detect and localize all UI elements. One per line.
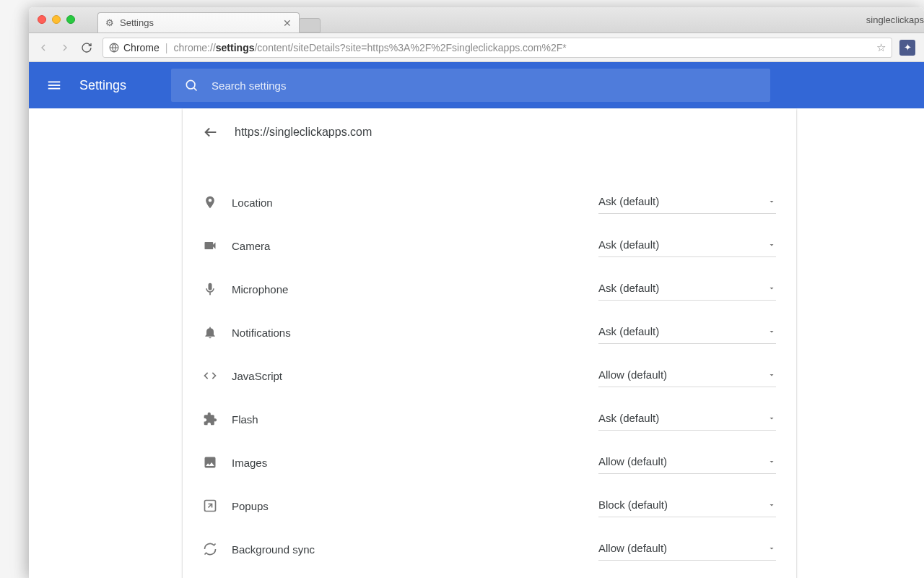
zoom-window-button[interactable]	[66, 15, 75, 24]
site-identity-icon[interactable]	[109, 43, 119, 53]
permission-row-popups: PopupsBlock (default)	[203, 484, 776, 527]
location-icon	[203, 195, 232, 210]
card-header: https://singleclickapps.com	[183, 108, 796, 159]
javascript-icon	[203, 368, 232, 383]
permission-select-flash[interactable]: Ask (default)	[598, 407, 776, 431]
permission-value: Ask (default)	[598, 282, 659, 294]
notifications-icon	[203, 325, 232, 340]
permission-row-camera: CameraAsk (default)	[203, 224, 776, 267]
permission-row-javascript: JavaScriptAllow (default)	[203, 354, 776, 397]
chevron-down-icon	[767, 457, 776, 466]
popups-icon	[203, 499, 232, 513]
permission-row-microphone: MicrophoneAsk (default)	[203, 267, 776, 311]
permission-label: Microphone	[232, 283, 288, 296]
permission-row-flash: FlashAsk (default)	[203, 397, 776, 441]
permission-select-camera[interactable]: Ask (default)	[598, 234, 776, 257]
permission-value: Allow (default)	[598, 542, 667, 554]
url-host: settings	[216, 42, 255, 53]
permission-select-microphone[interactable]: Ask (default)	[598, 277, 776, 301]
permission-value: Ask (default)	[598, 238, 659, 251]
chevron-down-icon	[767, 241, 776, 249]
menu-icon[interactable]	[46, 77, 62, 93]
permission-label: Images	[232, 457, 267, 469]
flash-icon	[203, 412, 232, 426]
reload-button[interactable]	[81, 42, 95, 53]
address-bar[interactable]: Chrome | chrome://settings/content/siteD…	[103, 38, 892, 58]
minimize-window-button[interactable]	[52, 15, 61, 24]
close-tab-icon[interactable]: ✕	[283, 17, 292, 29]
permission-label: Flash	[232, 413, 258, 426]
permission-select-javascript[interactable]: Allow (default)	[598, 364, 776, 387]
search-input[interactable]	[212, 79, 757, 92]
svg-rect-3	[48, 88, 61, 90]
permission-label: JavaScript	[232, 370, 282, 382]
permission-select-location[interactable]: Ask (default)	[598, 191, 776, 214]
permission-label: Location	[232, 197, 273, 209]
back-arrow-icon[interactable]	[203, 124, 219, 140]
chevron-down-icon	[767, 544, 776, 553]
gear-icon: ⚙	[105, 17, 114, 28]
permission-select-popups[interactable]: Block (default)	[598, 494, 776, 517]
url-post: /content/siteDetails?site=https%3A%2F%2F…	[254, 42, 566, 53]
extension-icon[interactable]: ✦	[899, 40, 915, 56]
background-sync-icon	[203, 542, 232, 556]
permissions-list: LocationAsk (default)CameraAsk (default)…	[183, 159, 796, 571]
settings-page: Settings https://singleclickapps.com Loc…	[29, 62, 924, 578]
os-titlebar: ⚙ Settings ✕ singleclickaps	[29, 7, 924, 33]
search-container	[171, 69, 770, 102]
permission-row-notifications: NotificationsAsk (default)	[203, 311, 776, 354]
svg-rect-7	[209, 293, 211, 295]
browser-window: ⚙ Settings ✕ singleclickaps Chrome | chr…	[29, 7, 924, 578]
permission-row-images: ImagesAllow (default)	[203, 441, 776, 484]
chevron-down-icon	[767, 197, 776, 206]
svg-rect-1	[48, 82, 61, 83]
browser-tab-settings[interactable]: ⚙ Settings ✕	[97, 12, 300, 33]
omnibox-divider: |	[164, 42, 170, 53]
images-icon	[203, 455, 232, 470]
permission-value: Block (default)	[598, 499, 668, 511]
svg-line-5	[194, 88, 197, 91]
chevron-down-icon	[767, 284, 776, 293]
url-pre: chrome://	[173, 42, 215, 53]
permission-value: Allow (default)	[598, 368, 667, 381]
site-details-card: https://singleclickapps.com LocationAsk …	[183, 108, 796, 578]
permission-label: Camera	[232, 240, 270, 252]
new-tab-button[interactable]	[299, 18, 321, 33]
app-title: Settings	[79, 78, 126, 93]
permission-value: Ask (default)	[598, 412, 659, 424]
bookmark-bar-item[interactable]: singleclickaps	[866, 14, 924, 25]
permission-select-background-sync[interactable]: Allow (default)	[598, 538, 776, 561]
browser-toolbar: Chrome | chrome://settings/content/siteD…	[29, 33, 924, 62]
svg-rect-2	[48, 85, 61, 86]
camera-icon	[203, 238, 232, 253]
chevron-down-icon	[767, 327, 776, 336]
microphone-icon	[203, 282, 232, 296]
window-controls	[38, 15, 75, 24]
permission-label: Notifications	[232, 327, 291, 339]
permission-select-images[interactable]: Allow (default)	[598, 451, 776, 474]
chevron-down-icon	[767, 371, 776, 379]
tab-title: Settings	[120, 17, 154, 28]
forward-button	[59, 42, 74, 53]
site-url: https://singleclickapps.com	[235, 126, 372, 139]
permission-label: Popups	[232, 500, 269, 512]
permission-value: Ask (default)	[598, 195, 659, 207]
close-window-button[interactable]	[38, 15, 46, 24]
permission-value: Allow (default)	[598, 455, 667, 467]
chevron-down-icon	[767, 414, 776, 423]
search-icon	[184, 78, 199, 92]
permission-select-notifications[interactable]: Ask (default)	[598, 321, 776, 344]
permission-label: Background sync	[232, 543, 315, 556]
svg-point-4	[186, 80, 195, 89]
permission-row-location: LocationAsk (default)	[203, 181, 776, 224]
permission-row-background-sync: Background syncAllow (default)	[203, 527, 776, 571]
app-header: Settings	[29, 62, 924, 108]
scheme-label: Chrome	[123, 42, 160, 53]
permission-value: Ask (default)	[598, 325, 659, 337]
bookmark-star-icon[interactable]: ☆	[876, 41, 886, 54]
chevron-down-icon	[767, 501, 776, 509]
back-button	[38, 42, 52, 53]
